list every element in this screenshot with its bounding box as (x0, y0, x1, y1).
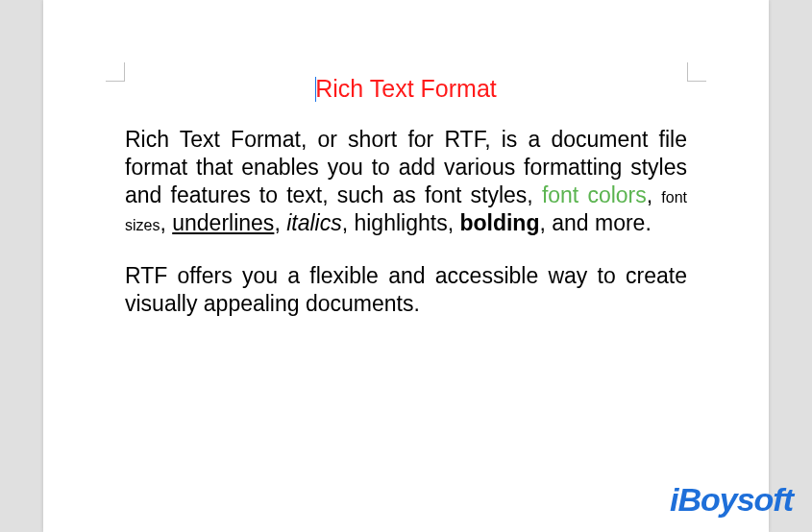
para1-text6: , and more. (539, 210, 651, 235)
underlines-sample: underlines (172, 210, 274, 235)
bolding-sample: bolding (459, 210, 539, 235)
text-cursor (315, 77, 316, 102)
margin-mark-top-right (687, 62, 706, 82)
italics-sample: italics (286, 210, 342, 235)
iboysoft-logo: iBoysoft (670, 481, 793, 519)
logo-text: iBoysoft (670, 481, 793, 518)
para1-text5: , highlights, (342, 210, 460, 235)
para1-text3: , (160, 210, 172, 235)
document-page: Rich Text Format Rich Text Format, or sh… (43, 0, 769, 532)
para1-text2: , (647, 182, 662, 207)
document-content[interactable]: Rich Text Format Rich Text Format, or sh… (125, 75, 687, 343)
document-title[interactable]: Rich Text Format (125, 75, 687, 103)
font-colors-sample: font colors (542, 182, 647, 207)
paragraph-2[interactable]: RTF offers you a flexible and accessible… (125, 262, 687, 318)
margin-mark-top-left (106, 62, 125, 82)
title-text: Rich Text Format (315, 75, 496, 102)
para1-text4: , (274, 210, 286, 235)
paragraph-1[interactable]: Rich Text Format, or short for RTF, is a… (125, 126, 687, 237)
